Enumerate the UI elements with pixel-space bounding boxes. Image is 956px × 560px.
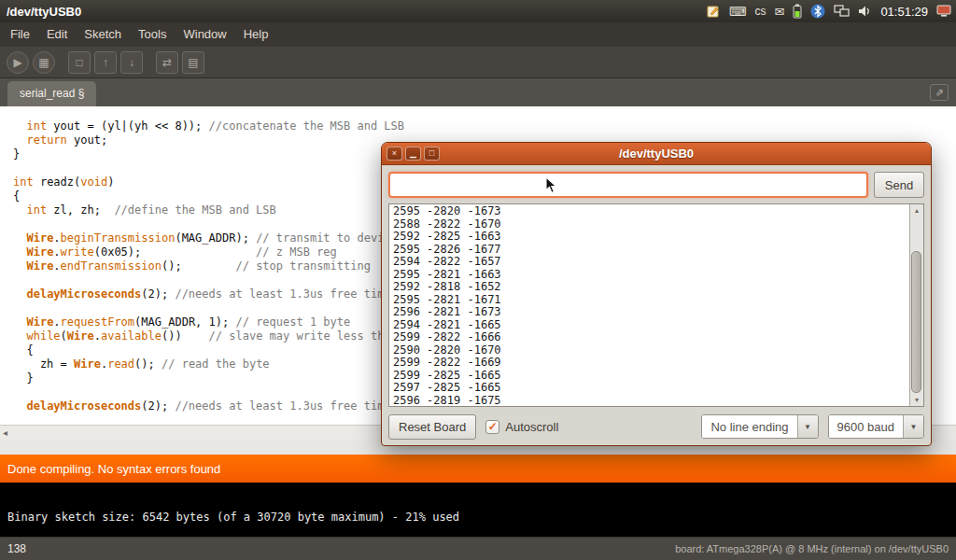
close-icon[interactable]: × xyxy=(387,147,402,161)
menu-sketch[interactable]: Sketch xyxy=(76,22,130,47)
bluetooth-icon[interactable] xyxy=(810,4,825,19)
dialog-titlebar[interactable]: × ▁ □ /dev/ttyUSB0 xyxy=(382,143,931,165)
line-ending-select[interactable]: No line ending ▼ xyxy=(701,414,818,439)
tab-menu-button[interactable]: ⇗ xyxy=(930,84,949,101)
keyboard-icon[interactable]: ⌨ xyxy=(729,6,747,18)
menu-edit[interactable]: Edit xyxy=(38,22,76,47)
serial-row: 2595 -2826 -1677 xyxy=(393,244,906,257)
new-button[interactable]: □ xyxy=(68,51,91,74)
maximize-icon[interactable]: □ xyxy=(424,147,440,161)
serial-row: 2594 -2821 -1665 xyxy=(393,319,906,332)
serial-row: 2595 -2821 -1671 xyxy=(393,294,906,307)
verify-button[interactable]: ▶ xyxy=(7,51,29,74)
scrollbar-thumb[interactable] xyxy=(911,251,921,393)
mail-icon[interactable]: ✉ xyxy=(774,6,784,18)
clock[interactable]: 01:51:29 xyxy=(880,5,928,19)
build-console: Binary sketch size: 6542 bytes (of a 307… xyxy=(0,483,956,537)
menu-tools[interactable]: Tools xyxy=(130,22,175,47)
menu-file[interactable]: File xyxy=(2,22,38,47)
network-icon[interactable] xyxy=(834,5,850,18)
open-button[interactable]: ↑ xyxy=(94,51,117,74)
line-number: 138 xyxy=(7,542,26,555)
scroll-up-icon[interactable]: ▴ xyxy=(910,204,923,217)
mouse-cursor xyxy=(545,176,557,198)
menu-help[interactable]: Help xyxy=(235,22,277,47)
dialog-title: /dev/ttyUSB0 xyxy=(382,147,931,161)
serial-input-row: Send xyxy=(388,172,924,198)
save-button[interactable]: ↓ xyxy=(120,51,143,74)
serial-output-area[interactable]: 2595 -2820 -16732588 -2822 -16702592 -28… xyxy=(388,203,924,407)
indicator-area: ⌨ cs ✉ 01:51:29 xyxy=(706,4,956,19)
minimize-icon[interactable]: ▁ xyxy=(405,147,421,161)
menu-bar: FileEditSketchToolsWindowHelp xyxy=(0,22,956,47)
send-button[interactable]: Send xyxy=(874,172,924,198)
board-info: board: ATmega328P(A) @ 8 MHz (internal) … xyxy=(675,543,949,554)
serial-monitor-button[interactable]: ▤ xyxy=(182,51,204,74)
compile-status-bar: Done compiling. No syntax errors found xyxy=(0,455,956,483)
serial-row: 2595 -2820 -1673 xyxy=(393,205,906,218)
chevron-down-icon[interactable]: ▼ xyxy=(797,415,818,438)
serial-controls: Reset Board ✓ Autoscroll No line ending … xyxy=(388,413,924,441)
serial-scrollbar[interactable]: ▴ ▾ xyxy=(909,204,923,406)
serial-row: 2595 -2821 -1663 xyxy=(393,269,906,282)
serial-row: 2594 -2822 -1657 xyxy=(393,256,906,269)
status-footer: 138 board: ATmega328P(A) @ 8 MHz (intern… xyxy=(0,537,956,560)
scroll-down-icon[interactable]: ▾ xyxy=(910,394,923,406)
reset-board-button[interactable]: Reset Board xyxy=(388,414,476,440)
battery-icon[interactable] xyxy=(793,4,802,19)
chevron-down-icon[interactable]: ▼ xyxy=(903,415,923,438)
serial-row: 2592 -2825 -1663 xyxy=(393,231,906,244)
tab-strip: serial_read § ⇗ xyxy=(0,78,956,106)
baud-select[interactable]: 9600 baud ▼ xyxy=(828,414,924,439)
serial-row: 2599 -2822 -1666 xyxy=(393,331,906,344)
serial-monitor-window: × ▁ □ /dev/ttyUSB0 Send 2595 -2820 -1673… xyxy=(381,142,932,446)
autoscroll-label: Autoscroll xyxy=(505,420,558,434)
serial-row: 2596 -2821 -1673 xyxy=(393,306,906,319)
toolbar: ▶▦□↑↓⇄▤ xyxy=(0,47,956,78)
line-ending-value: No line ending xyxy=(702,415,796,438)
code-line: int yout = (yl|(yh << 8)); //concatenate… xyxy=(13,119,956,133)
dialog-body: Send 2595 -2820 -16732588 -2822 -1670259… xyxy=(382,165,931,447)
session-icon[interactable] xyxy=(936,5,951,18)
serial-input[interactable] xyxy=(388,172,868,198)
serial-row: 2590 -2820 -1670 xyxy=(393,344,906,357)
scroll-left-icon[interactable]: ◂ xyxy=(3,428,7,438)
serial-row: 2599 -2825 -1665 xyxy=(393,370,906,383)
compile-status-text: Done compiling. No syntax errors found xyxy=(7,462,220,476)
stop-button[interactable]: ▦ xyxy=(33,51,55,74)
serial-output: 2595 -2820 -16732588 -2822 -16702592 -28… xyxy=(389,204,909,406)
console-text: Binary sketch size: 6542 bytes (of a 307… xyxy=(0,483,956,524)
serial-row: 2599 -2822 -1669 xyxy=(393,357,906,370)
baud-value: 9600 baud xyxy=(829,415,903,438)
autoscroll-checkbox[interactable]: ✓ Autoscroll xyxy=(485,420,558,434)
menu-window[interactable]: Window xyxy=(175,22,234,47)
language-indicator[interactable]: cs xyxy=(754,5,766,18)
toolbar-buttons: ▶▦□↑↓⇄▤ xyxy=(7,51,204,74)
tab-serial-read[interactable]: serial_read § xyxy=(7,81,96,106)
volume-icon[interactable] xyxy=(858,5,872,18)
serial-row: 2588 -2822 -1670 xyxy=(393,218,906,231)
serial-row: 2596 -2819 -1675 xyxy=(393,395,906,407)
top-panel: /dev/ttyUSB0 ⌨ cs ✉ 01:51:29 xyxy=(0,0,956,22)
check-icon[interactable]: ✓ xyxy=(485,420,499,434)
serial-row: 2597 -2825 -1665 xyxy=(393,382,906,395)
upload-button[interactable]: ⇄ xyxy=(156,51,178,74)
panel-window-title: /dev/ttyUSB0 xyxy=(0,5,81,19)
window-buttons: × ▁ □ xyxy=(382,147,440,161)
notes-icon[interactable] xyxy=(706,4,721,19)
serial-row: 2592 -2818 -1652 xyxy=(393,281,906,294)
